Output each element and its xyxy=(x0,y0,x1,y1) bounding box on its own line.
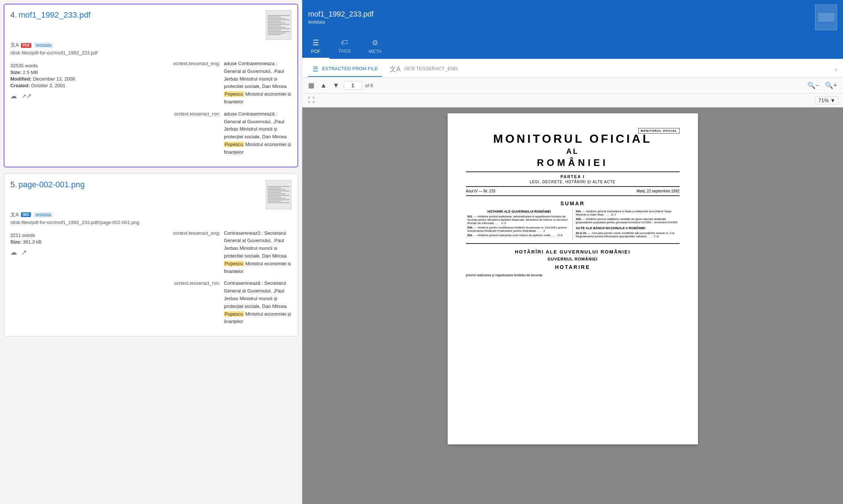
right-col-1: ocrtext.tesseract_eng: aduse Contrasemne… xyxy=(154,60,292,161)
pdf-viewer[interactable]: MONITORUL OFICIAL MONITORUL OFICIAL AL R… xyxy=(302,107,843,504)
subtab-ocr[interactable]: 文A OCR TESSERACT_ENG xyxy=(385,62,462,77)
card-actions-2: ☁ ↗ xyxy=(10,248,148,256)
card-header-2: 5. page-002-001.png xyxy=(10,180,292,209)
translate-icon-2: 文A xyxy=(10,212,19,218)
pdf-guvernul: GUVERNUL ROMÂNIEI xyxy=(466,257,680,261)
zoom-in-button[interactable]: 🔍+ xyxy=(823,80,839,91)
highlight-popescu-ron-2: Popescu xyxy=(224,311,244,317)
card-path-1: /disk-files/pdf-for-ocr/mof1_1992_233.pd… xyxy=(10,50,292,56)
card-stats-2: 3211 words Size: 361.3 kB ☁ ↗ xyxy=(10,233,148,256)
card-title-2[interactable]: page-002-001.png xyxy=(18,180,85,189)
viewer-toolbar: ▦ ▲ ▼ 1 of 8 🔍− 🔍+ xyxy=(302,78,843,93)
content-body-1: 32535 words Size: 2.5 MB Modified: Decem… xyxy=(10,60,292,161)
hotarari-item-534: 534. — Hotărîre privind extradarea în It… xyxy=(576,210,678,216)
zoom-display[interactable]: 71% ▼ xyxy=(815,96,839,104)
card-title-area: 4. mof1_1992_233.pdf xyxy=(10,10,91,20)
fullscreen-button[interactable]: ⛶ xyxy=(307,95,316,106)
size-value-2: 361.3 kB xyxy=(23,239,42,245)
pdf-page: MONITORUL OFICIAL MONITORUL OFICIAL AL R… xyxy=(448,113,698,444)
right-tabs: ☰ PDF 🏷 TAGS ⚙ META xyxy=(302,35,843,59)
ocr-ron-section-1: ocrtext.tesseract_ron: aduse Contrasemne… xyxy=(154,110,292,156)
card-meta-row-1: 文A PDF testdata xyxy=(10,42,292,49)
size-label-1: Size: xyxy=(10,70,21,75)
extracted-icon: ☰ xyxy=(313,65,318,73)
download-button-1[interactable] xyxy=(10,92,17,100)
next-page-button[interactable]: ▼ xyxy=(331,80,341,91)
tab-tags-icon: 🏷 xyxy=(341,38,348,47)
created-label-1: Created: xyxy=(10,83,30,88)
tab-meta[interactable]: ⚙ META xyxy=(360,35,390,59)
highlight-popescu-eng-2: Popescu xyxy=(224,261,244,266)
ocr-ron-section-2: ocrtext.tesseract_ron: Contrasemnează : … xyxy=(154,280,292,326)
pdf-divider-4 xyxy=(466,243,680,244)
words-count-1: 32535 words xyxy=(10,63,148,68)
file-card-1: 4. mof1_1992_233.pdf 文A PDF testdata /d xyxy=(4,4,298,167)
right-subtabs: ☰ EXTRACTED FROM FILE 文A OCR TESSERACT_E… xyxy=(302,59,843,78)
card-title-1[interactable]: mof1_1992_233.pdf xyxy=(18,10,91,19)
pdf-hotarari-title: HOTĂRÎRI ALE GUVERNULUI ROMÂNIEI xyxy=(466,249,680,255)
words-count-2: 3211 words xyxy=(10,233,148,238)
ocr-eng-text-1: aduse Contrasemneaza : General al Guvern… xyxy=(224,60,292,106)
size-row-2: Size: 361.3 kB xyxy=(10,239,148,245)
right-header-thumbnail xyxy=(815,4,837,30)
external-link-button-1[interactable]: ↗ xyxy=(21,92,32,100)
pdf-divider-1 xyxy=(466,171,680,172)
external-link-button-2[interactable]: ↗ xyxy=(21,248,27,256)
modified-row-1: Modified: December 13, 2008 xyxy=(10,76,148,82)
file-card-2: 5. page-002-001.png 文A IMG testdata /dis… xyxy=(4,173,298,337)
size-value-1: 2.5 MB xyxy=(23,70,38,75)
subtab-ocr-label: OCR TESSERACT_ENG xyxy=(404,66,458,71)
zoom-out-button[interactable]: 🔍− xyxy=(806,80,821,91)
tab-meta-label: META xyxy=(368,49,381,54)
tab-pdf[interactable]: ☰ PDF xyxy=(302,35,329,59)
pdf-date-left: Anul IV — Nr. 233 xyxy=(466,189,495,193)
ocr-icon: 文A xyxy=(389,65,401,73)
left-col-1: 32535 words Size: 2.5 MB Modified: Decem… xyxy=(10,60,148,161)
ocr-eng-section-2: ocrtext.tesseract_eng: Contrasemneaz3 : … xyxy=(154,230,292,276)
pdf-icon-1: PDF xyxy=(21,43,31,48)
card-header-1: 4. mof1_1992_233.pdf xyxy=(10,10,292,40)
pdf-country: ROMÂNIEI xyxy=(466,157,680,168)
expand-icon[interactable]: › xyxy=(835,66,837,73)
ocr-ron-text-2: Contrasemnează : Secretarul General al G… xyxy=(224,280,292,326)
pdf-sumar: SUMAR xyxy=(466,200,680,206)
pdf-part-label: PARTEA I xyxy=(466,174,680,179)
card-meta-row-2: 文A IMG testdata xyxy=(10,212,292,218)
pdf-sumar-table: HOTARIRI ALE GUVERNULUI ROMÂNIEI 521. — … xyxy=(466,209,680,239)
card-path-2: /disk-files/pdf-for-ocr/mof1_1992_233.pd… xyxy=(10,220,292,225)
card-thumbnail-2 xyxy=(266,180,292,209)
zoom-row: ⛶ 71% ▼ xyxy=(302,93,843,107)
ocr-eng-section-1: ocrtext.tesseract_eng: aduse Contrasemne… xyxy=(154,60,292,106)
zoom-dropdown-arrow[interactable]: ▼ xyxy=(830,97,835,103)
hotarari-item-521: 521. — Hotărîre privind realizarea, admi… xyxy=(468,215,571,225)
tab-meta-icon: ⚙ xyxy=(372,38,378,47)
pdf-date-right: Marți, 22 septembrie 1992 xyxy=(636,189,679,193)
tag-badge-2[interactable]: testdata xyxy=(33,212,53,218)
prev-page-button[interactable]: ▲ xyxy=(319,80,328,91)
ocr-eng-text-2: Contrasemneaz3 : Secretarul General al G… xyxy=(224,230,292,276)
page-number-input[interactable]: 1 xyxy=(344,81,362,90)
left-panel: 4. mof1_1992_233.pdf 文A PDF testdata /d xyxy=(0,0,302,504)
created-value-1: October 2, 2001 xyxy=(31,83,65,88)
size-label-2: Size: xyxy=(10,239,21,245)
grid-view-button[interactable]: ▦ xyxy=(307,80,316,91)
zoom-value: 71% xyxy=(818,97,829,103)
modified-label-1: Modified: xyxy=(10,76,32,82)
ocr-ron-label-1: ocrtext.tesseract_ron: xyxy=(154,110,220,156)
ocr-ron-text-1: aduse Contrasemnează : General al Guvern… xyxy=(224,110,292,156)
ocr-ron-label-2: ocrtext.tesseract_ron: xyxy=(154,280,220,326)
subtab-extracted[interactable]: ☰ EXTRACTED FROM FILE xyxy=(308,62,382,77)
highlight-popescu-ron-1: Popescu xyxy=(224,142,244,147)
size-row-1: Size: 2.5 MB xyxy=(10,70,148,75)
masthead-box: MONITORUL OFICIAL xyxy=(638,128,679,134)
banca-col-header: ACTE ALE BĂNCII NAȚIONALE A ROMÂNIEI xyxy=(576,226,678,230)
tag-badge-1[interactable]: testdata xyxy=(33,42,54,48)
ocr-eng-label-1: ocrtext.tesseract_eng: xyxy=(154,60,220,106)
right-header-subtitle: testdata xyxy=(308,19,374,25)
pdf-hotarare-title: HOTARIRE xyxy=(466,264,680,270)
card-stats-1: 32535 words Size: 2.5 MB Modified: Decem… xyxy=(10,63,148,100)
banca-item-20-21: 20 și 21. — Circulare pentru unele modif… xyxy=(576,231,678,238)
download-button-2[interactable]: ☁ xyxy=(10,248,17,256)
modified-value-1: December 13, 2008 xyxy=(33,76,75,82)
tab-tags[interactable]: 🏷 TAGS xyxy=(329,35,360,59)
